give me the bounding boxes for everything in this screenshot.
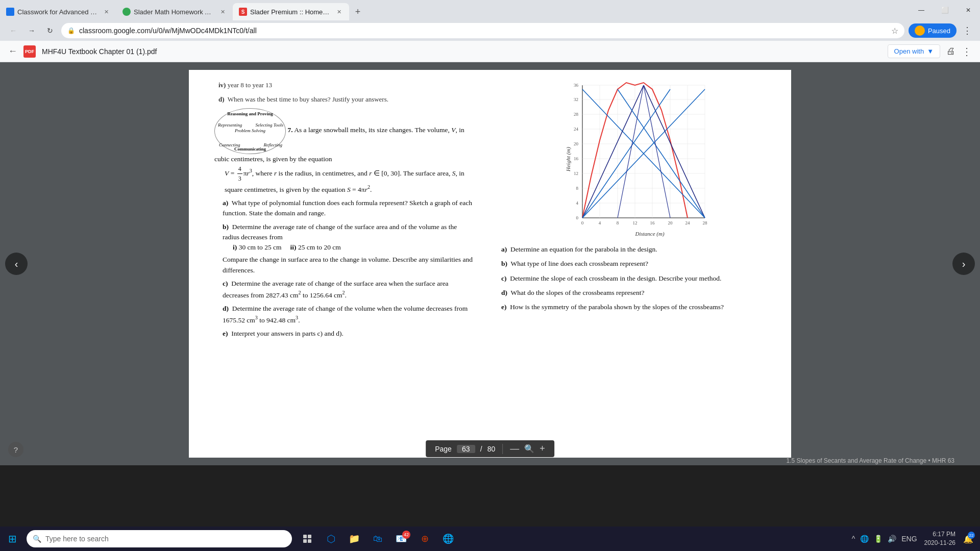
svg-text:20: 20 bbox=[574, 141, 579, 146]
bookmark-icon[interactable]: ☆ bbox=[891, 26, 898, 36]
right-q-b: b) What type of line does each crossbeam… bbox=[501, 259, 776, 269]
store-button[interactable]: 🛍 bbox=[366, 528, 389, 550]
clock-date: 2020-11-26 bbox=[924, 539, 955, 547]
file-explorer-icon: 📁 bbox=[349, 533, 360, 544]
tab-close-slader-math[interactable]: ✕ bbox=[218, 8, 227, 16]
right-q-c: c) Determine the slope of each crossbeam… bbox=[501, 273, 776, 284]
svg-text:28: 28 bbox=[574, 112, 579, 117]
tab-slader-math[interactable]: Slader Math Homework Answers ✕ bbox=[116, 3, 233, 20]
language-indicator[interactable]: ENG bbox=[899, 535, 919, 543]
back-button[interactable]: ← bbox=[6, 23, 20, 38]
reasoning-label-selecting: Selecting Tools bbox=[256, 122, 283, 129]
close-button[interactable]: ✕ bbox=[957, 0, 980, 20]
search-icon: 🔍 bbox=[33, 535, 41, 543]
pdf-right-column: Height (m) Distance (m) 0 4 8 bbox=[485, 70, 791, 458]
tab-favicon-classwork bbox=[6, 8, 14, 16]
pdf-print-button[interactable]: 🖨 bbox=[946, 46, 955, 57]
pdf-prev-page-button[interactable]: ‹ bbox=[5, 253, 28, 275]
help-button[interactable]: ? bbox=[8, 442, 23, 457]
notification-badge: 22 bbox=[968, 532, 975, 539]
address-text: classroom.google.com/u/0/w/MjMwODc4MDk1N… bbox=[79, 27, 887, 35]
zoom-icon: 🔍 bbox=[524, 444, 534, 454]
pdf-area: ‹ › ? iv) year 8 to year 13 d) When was … bbox=[0, 62, 980, 465]
svg-text:12: 12 bbox=[633, 220, 638, 226]
taskbar-search-box[interactable]: 🔍 Type here to search bbox=[27, 530, 292, 547]
system-clock[interactable]: 6:17 PM 2020-11-26 bbox=[920, 530, 960, 547]
svg-text:28: 28 bbox=[703, 220, 708, 226]
graph-svg: Height (m) Distance (m) 0 4 8 bbox=[560, 80, 708, 238]
store-icon: 🛍 bbox=[373, 534, 382, 544]
tab-close-classwork[interactable]: ✕ bbox=[102, 8, 110, 16]
svg-text:8: 8 bbox=[576, 186, 579, 191]
notification-button[interactable]: 🔔 22 bbox=[961, 528, 976, 550]
chrome-button[interactable]: 🌐 bbox=[437, 528, 459, 550]
lock-icon: 🔒 bbox=[67, 27, 75, 34]
mail-button[interactable]: 📧 42 bbox=[390, 528, 412, 550]
zoom-out-button[interactable]: — bbox=[510, 443, 519, 454]
page-slash: / bbox=[480, 445, 482, 453]
crossbeam-8 bbox=[644, 85, 670, 218]
edge-icon: ⬡ bbox=[327, 533, 335, 545]
profile-button[interactable]: Paused bbox=[909, 23, 957, 38]
graph-container: Height (m) Distance (m) 0 4 8 bbox=[560, 80, 708, 238]
tab-close-slader-premium[interactable]: ✕ bbox=[335, 8, 343, 16]
svg-text:20: 20 bbox=[668, 220, 673, 226]
maximize-button[interactable]: ⬜ bbox=[933, 0, 957, 20]
crossbeam-7 bbox=[618, 85, 644, 218]
network-icon[interactable]: 🌐 bbox=[858, 535, 871, 543]
open-with-button[interactable]: Open with ▼ bbox=[888, 44, 940, 58]
svg-text:4: 4 bbox=[599, 220, 601, 226]
start-button[interactable]: ⊞ bbox=[0, 527, 24, 551]
browser-menu-button[interactable]: ⋮ bbox=[961, 25, 974, 36]
pdf-next-page-button[interactable]: › bbox=[952, 253, 975, 275]
hidden-icons-button[interactable]: ^ bbox=[850, 535, 857, 543]
page-number-input[interactable] bbox=[457, 445, 475, 453]
q7-formula: V = 43πr3, where r is the radius, in cen… bbox=[214, 164, 473, 195]
svg-text:12: 12 bbox=[574, 171, 578, 176]
reasoning-diagram: Reasoning and Proving Representing Selec… bbox=[214, 108, 286, 154]
svg-text:Distance (m): Distance (m) bbox=[634, 231, 664, 237]
battery-icon[interactable]: 🔋 bbox=[872, 535, 885, 543]
task-view-button[interactable] bbox=[296, 528, 318, 550]
tab-classwork[interactable]: Classwork for Advanced Functio... ✕ bbox=[0, 3, 116, 20]
tab-bar: Classwork for Advanced Functio... ✕ Slad… bbox=[0, 0, 980, 20]
search-placeholder-text: Type here to search bbox=[45, 535, 109, 543]
minimize-button[interactable]: — bbox=[910, 0, 933, 20]
svg-text:8: 8 bbox=[617, 220, 619, 226]
forward-button[interactable]: → bbox=[24, 23, 39, 38]
tab-slader-premium[interactable]: S Slader Premium :: Homework He... ✕ bbox=[233, 3, 349, 20]
top-snippet: iv) year 8 to year 13 bbox=[214, 80, 473, 90]
svg-text:Height (m): Height (m) bbox=[565, 147, 572, 172]
pdf-back-button[interactable]: ← bbox=[8, 46, 17, 57]
q7-sub-b: b) Determine the average rate of change … bbox=[223, 222, 473, 276]
edge-browser-button[interactable]: ⬡ bbox=[320, 528, 342, 550]
pdf-more-button[interactable]: ⋮ bbox=[962, 45, 972, 58]
question-d-top: d) When was the best time to buy shares?… bbox=[214, 94, 473, 105]
page-bottom-label: 1.5 Slopes of Secants and Average Rate o… bbox=[786, 457, 954, 464]
tab-favicon-slader-math bbox=[122, 8, 131, 16]
q7-sub-a: a) What type of polynomial function does… bbox=[223, 198, 473, 219]
zoom-in-button[interactable]: + bbox=[540, 443, 545, 454]
tab-label-slader-premium: Slader Premium :: Homework He... bbox=[250, 8, 332, 16]
tab-label-classwork: Classwork for Advanced Functio... bbox=[17, 8, 99, 16]
task-view-icon bbox=[303, 534, 312, 543]
volume-icon[interactable]: 🔊 bbox=[886, 535, 898, 543]
open-with-label: Open with bbox=[894, 47, 924, 55]
microsoft-365-button[interactable]: ⊕ bbox=[413, 528, 436, 550]
new-tab-button[interactable]: + bbox=[349, 3, 366, 20]
file-explorer-button[interactable]: 📁 bbox=[343, 528, 365, 550]
q7-sub-e: e) Interpret your answers in parts c) an… bbox=[223, 329, 473, 339]
windows-logo-icon: ⊞ bbox=[8, 533, 17, 545]
svg-text:36: 36 bbox=[574, 83, 579, 88]
address-bar: ← → ↻ 🔒 classroom.google.com/u/0/w/MjMwO… bbox=[0, 20, 980, 41]
page-bar-divider bbox=[502, 444, 503, 454]
clock-time: 6:17 PM bbox=[924, 530, 955, 539]
address-input[interactable]: 🔒 classroom.google.com/u/0/w/MjMwODc4MDk… bbox=[61, 23, 904, 38]
svg-text:16: 16 bbox=[650, 220, 655, 226]
svg-text:0: 0 bbox=[581, 220, 584, 226]
reload-button[interactable]: ↻ bbox=[43, 23, 57, 38]
tab-label-slader-math: Slader Math Homework Answers bbox=[134, 8, 215, 16]
svg-text:32: 32 bbox=[574, 97, 578, 102]
svg-text:24: 24 bbox=[685, 220, 691, 226]
reasoning-label-representing: Representing bbox=[218, 122, 242, 129]
